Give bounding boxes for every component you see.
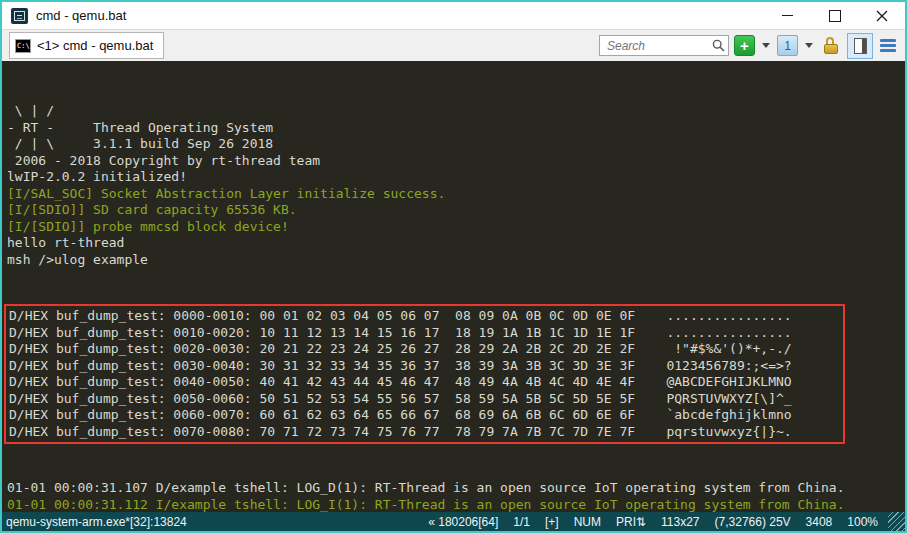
conemu-window: cmd - qemu.bat C:\ <1> cmd - qemu.bat (0, 0, 907, 533)
status-segment[interactable]: (7,32766) 25V (715, 515, 791, 529)
terminal-line: lwIP-2.0.2 initialized! (7, 169, 905, 186)
chevron-down-icon (805, 43, 813, 48)
status-segment[interactable]: [+] (545, 515, 559, 529)
chevron-down-icon (762, 43, 770, 48)
hexdump-line: D/HEX buf_dump_test: 0060-0070: 60 61 62… (9, 407, 843, 424)
search-input[interactable] (605, 38, 712, 54)
lock-icon[interactable] (823, 37, 839, 55)
terminal-line: hello rt-thread (7, 235, 905, 252)
resize-grip-icon[interactable] (888, 512, 905, 531)
terminal-line: 01-01 00:00:31.107 D/example tshell: LOG… (7, 480, 905, 497)
status-segment[interactable]: 1/1 (513, 515, 530, 529)
window-switch-button[interactable]: 1 (777, 35, 798, 56)
window-switch-dropdown[interactable] (803, 43, 815, 48)
terminal-line: \ | / (7, 103, 905, 120)
tab-cmd-qemu[interactable]: C:\ <1> cmd - qemu.bat (9, 32, 164, 59)
new-console-dropdown[interactable] (760, 43, 772, 48)
terminal-ulog-log: 01-01 00:00:31.107 D/example tshell: LOG… (7, 480, 905, 512)
status-process: qemu-system-arm.exe*[32]:13824 (6, 515, 187, 529)
hexdump-line: D/HEX buf_dump_test: 0010-0020: 10 11 12… (9, 325, 843, 342)
hexdump-line: D/HEX buf_dump_test: 0000-0010: 00 01 02… (9, 308, 843, 325)
conemu-app-icon (11, 8, 28, 24)
status-segment[interactable]: NUM (574, 515, 601, 529)
minimize-button[interactable] (764, 2, 811, 29)
hexdump-line: D/HEX buf_dump_test: 0070-0080: 70 71 72… (9, 424, 843, 441)
main-menu-button[interactable] (878, 37, 898, 54)
tab-bar: C:\ <1> cmd - qemu.bat + 1 (2, 29, 905, 61)
hexdump-line: D/HEX buf_dump_test: 0040-0050: 40 41 42… (9, 374, 843, 391)
terminal-line: - RT - Thread Operating System (7, 120, 905, 137)
terminal-line: [I/[SDIO]] SD card capacity 65536 KB. (7, 202, 905, 219)
terminal-line: msh />ulog example (7, 252, 905, 269)
terminal-line: [I/[SDIO]] probe mmcsd block device! (7, 219, 905, 236)
tab-label: <1> cmd - qemu.bat (37, 38, 153, 53)
maximize-icon (829, 10, 841, 22)
status-segment[interactable]: 3408 (806, 515, 833, 529)
cmd-prompt-icon: C:\ (15, 39, 31, 53)
terminal-boot-log: \ | /- RT - Thread Operating System / | … (7, 103, 905, 268)
title-bar: cmd - qemu.bat (2, 2, 905, 29)
status-bar: qemu-system-arm.exe*[32]:13824 « 180206[… (2, 512, 905, 531)
hexdump-line: D/HEX buf_dump_test: 0020-0030: 20 21 22… (9, 341, 843, 358)
minimize-icon (782, 15, 793, 16)
window-title: cmd - qemu.bat (36, 8, 126, 23)
status-segment[interactable]: 100% (847, 515, 878, 529)
hexdump-line: D/HEX buf_dump_test: 0030-0040: 30 31 32… (9, 358, 843, 375)
close-button[interactable] (858, 2, 905, 29)
terminal-line: 2006 - 2018 Copyright by rt-thread team (7, 153, 905, 170)
maximize-button[interactable] (811, 2, 858, 29)
hexdump-line: D/HEX buf_dump_test: 0050-0060: 50 51 52… (9, 391, 843, 408)
terminal-line: [I/SAL_SOC] Socket Abstraction Layer ini… (7, 186, 905, 203)
toggle-sidebar-button[interactable] (847, 33, 873, 59)
search-icon[interactable] (712, 39, 725, 52)
status-segment[interactable]: 113x27 (661, 515, 699, 529)
hexdump-highlight-box: D/HEX buf_dump_test: 0000-0010: 00 01 02… (4, 304, 845, 444)
status-indicators: « 180206[64]1/1[+]NUMPRI⇅113x27(7,32766)… (428, 515, 878, 529)
status-segment[interactable]: PRI⇅ (616, 515, 646, 529)
terminal-line: 01-01 00:00:31.112 I/example tshell: LOG… (7, 497, 905, 513)
status-segment[interactable]: « 180206[64] (428, 515, 498, 529)
terminal-line: / | \ 3.1.1 build Sep 26 2018 (7, 136, 905, 153)
new-console-button[interactable]: + (734, 35, 755, 56)
window-controls (764, 2, 905, 29)
close-icon (876, 10, 888, 22)
search-box (599, 35, 729, 56)
side-panel-icon (854, 38, 867, 54)
terminal-output[interactable]: \ | /- RT - Thread Operating System / | … (2, 61, 905, 512)
